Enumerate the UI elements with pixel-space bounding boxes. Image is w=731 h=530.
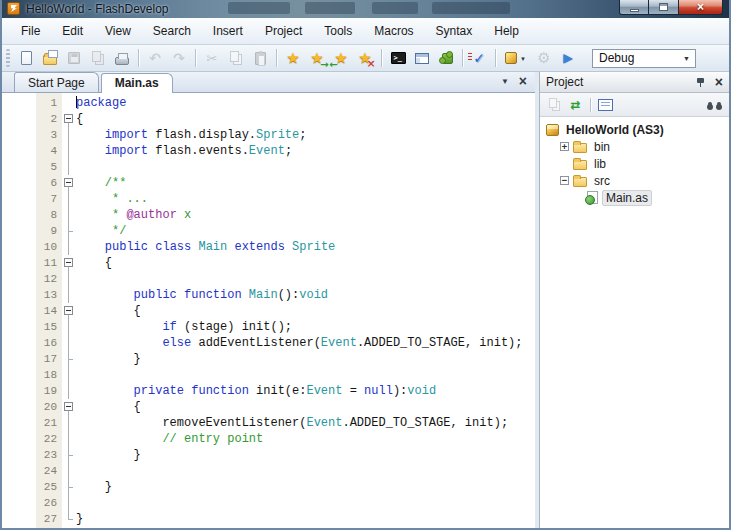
code-line-1[interactable]: 1package: [2, 95, 535, 111]
bookmark-margin[interactable]: [2, 511, 36, 527]
code-line-20[interactable]: 20 {: [2, 399, 535, 415]
document-list-dropdown-button[interactable]: ▼: [501, 77, 509, 86]
menu-edit[interactable]: Edit: [51, 20, 94, 42]
code-line-2[interactable]: 2{: [2, 111, 535, 127]
bookmark-margin[interactable]: [2, 239, 36, 255]
prev-bookmark-icon[interactable]: [330, 48, 352, 69]
bookmark-margin[interactable]: [2, 159, 36, 175]
bookmark-margin[interactable]: [2, 367, 36, 383]
bookmark-margin[interactable]: [2, 95, 36, 111]
fold-toggle[interactable]: [62, 175, 76, 191]
bookmark-margin[interactable]: [2, 127, 36, 143]
fold-toggle[interactable]: [62, 303, 76, 319]
bookmark-margin[interactable]: [2, 175, 36, 191]
toolbar-grip[interactable]: [6, 49, 10, 67]
new-file-icon[interactable]: [15, 48, 37, 69]
fold-toggle[interactable]: [62, 111, 76, 127]
code-line-24[interactable]: 24: [2, 463, 535, 479]
code-editor[interactable]: 1package2{3 import flash.display.Sprite;…: [2, 93, 535, 528]
tree-expander-minus-icon[interactable]: −: [560, 176, 569, 185]
toggle-bookmark-icon[interactable]: [282, 48, 304, 69]
build-config-select[interactable]: Debug ▼: [592, 49, 696, 68]
code-line-10[interactable]: 10 public class Main extends Sprite: [2, 239, 535, 255]
refresh-project-icon[interactable]: [565, 96, 586, 114]
tab-main-as[interactable]: Main.as: [101, 73, 173, 93]
project-properties-icon[interactable]: [595, 96, 616, 114]
tree-item-src[interactable]: −src: [540, 172, 729, 189]
panel-layout-icon[interactable]: [411, 48, 433, 69]
build-project-icon[interactable]: [501, 48, 531, 69]
code-line-16[interactable]: 16 else addEventListener(Event.ADDED_TO_…: [2, 335, 535, 351]
next-bookmark-icon[interactable]: [306, 48, 328, 69]
code-line-9[interactable]: 9 */: [2, 223, 535, 239]
bookmark-margin[interactable]: [2, 223, 36, 239]
bookmark-margin[interactable]: [2, 351, 36, 367]
tree-item-bin[interactable]: +bin: [540, 138, 729, 155]
code-line-21[interactable]: 21 removeEventListener(Event.ADDED_TO_ST…: [2, 415, 535, 431]
menu-search[interactable]: Search: [142, 20, 202, 42]
code-line-7[interactable]: 7 * ...: [2, 191, 535, 207]
fold-toggle[interactable]: [62, 399, 76, 415]
bookmark-margin[interactable]: [2, 415, 36, 431]
bookmark-margin[interactable]: [2, 111, 36, 127]
bookmark-margin[interactable]: [2, 431, 36, 447]
bookmark-margin[interactable]: [2, 495, 36, 511]
tree-item-main-as[interactable]: Main.as: [540, 189, 729, 206]
print-icon[interactable]: [111, 48, 133, 69]
test-project-icon[interactable]: [557, 48, 579, 69]
code-line-5[interactable]: 5: [2, 159, 535, 175]
menu-help[interactable]: Help: [483, 20, 530, 42]
tree-expander-plus-icon[interactable]: +: [560, 142, 569, 151]
bookmark-margin[interactable]: [2, 399, 36, 415]
bookmark-margin[interactable]: [2, 287, 36, 303]
minimize-button[interactable]: [619, 0, 649, 15]
menu-insert[interactable]: Insert: [202, 20, 254, 42]
find-in-project-icon[interactable]: [704, 96, 725, 114]
bookmark-margin[interactable]: [2, 271, 36, 287]
code-line-15[interactable]: 15 if (stage) init();: [2, 319, 535, 335]
code-line-19[interactable]: 19 private function init(e:Event = null)…: [2, 383, 535, 399]
bookmark-margin[interactable]: [2, 143, 36, 159]
output-console-icon[interactable]: [387, 48, 409, 69]
code-line-27[interactable]: 27}: [2, 511, 535, 527]
clear-bookmarks-icon[interactable]: [354, 48, 376, 69]
code-line-17[interactable]: 17 }: [2, 351, 535, 367]
code-line-6[interactable]: 6 /**: [2, 175, 535, 191]
bookmark-margin[interactable]: [2, 191, 36, 207]
pin-icon[interactable]: [695, 76, 707, 89]
bookmark-margin[interactable]: [2, 207, 36, 223]
open-file-icon[interactable]: [39, 48, 61, 69]
code-line-3[interactable]: 3 import flash.display.Sprite;: [2, 127, 535, 143]
bookmark-margin[interactable]: [2, 303, 36, 319]
bookmark-margin[interactable]: [2, 335, 36, 351]
close-button[interactable]: ×: [678, 0, 723, 15]
bookmark-margin[interactable]: [2, 255, 36, 271]
check-syntax-icon[interactable]: [468, 48, 490, 69]
bookmark-margin[interactable]: [2, 479, 36, 495]
code-line-25[interactable]: 25 }: [2, 479, 535, 495]
tree-item-helloworld-as3[interactable]: HelloWorld (AS3): [540, 121, 729, 138]
close-document-button[interactable]: ×: [519, 75, 527, 87]
code-line-23[interactable]: 23 }: [2, 447, 535, 463]
code-line-4[interactable]: 4 import flash.events.Event;: [2, 143, 535, 159]
menu-file[interactable]: File: [10, 20, 51, 42]
project-panel-close-icon[interactable]: ×: [715, 76, 723, 88]
menu-view[interactable]: View: [94, 20, 142, 42]
code-line-18[interactable]: 18: [2, 367, 535, 383]
bookmark-margin[interactable]: [2, 447, 36, 463]
menu-tools[interactable]: Tools: [313, 20, 363, 42]
bookmark-margin[interactable]: [2, 463, 36, 479]
code-line-12[interactable]: 12: [2, 271, 535, 287]
tab-start-page[interactable]: Start Page: [14, 72, 99, 92]
fold-toggle[interactable]: [62, 255, 76, 271]
code-line-11[interactable]: 11 {: [2, 255, 535, 271]
code-line-8[interactable]: 8 * @author x: [2, 207, 535, 223]
code-line-22[interactable]: 22 // entry point: [2, 431, 535, 447]
menu-macros[interactable]: Macros: [363, 20, 424, 42]
bookmark-margin[interactable]: [2, 383, 36, 399]
code-line-26[interactable]: 26: [2, 495, 535, 511]
bookmark-margin[interactable]: [2, 319, 36, 335]
plugins-icon[interactable]: [435, 48, 457, 69]
code-line-13[interactable]: 13 public function Main():void: [2, 287, 535, 303]
tree-item-lib[interactable]: lib: [540, 155, 729, 172]
